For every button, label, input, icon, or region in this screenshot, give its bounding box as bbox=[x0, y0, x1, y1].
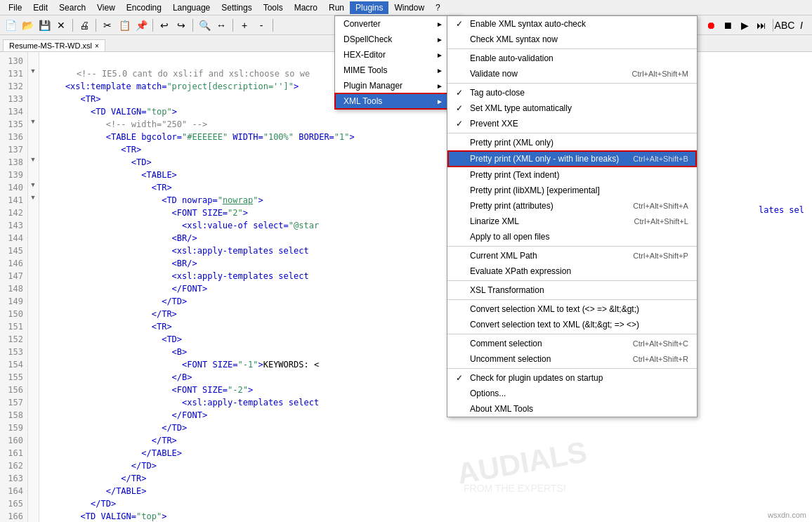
xml-tag-autoclose[interactable]: ✓ Tag auto-close bbox=[447, 85, 697, 100]
toolbar-replace[interactable]: ↔ bbox=[214, 18, 229, 33]
toolbar-stop[interactable]: ⏹ bbox=[720, 18, 735, 33]
fold-131[interactable] bbox=[28, 52, 38, 65]
xml-validate-now[interactable]: Validate now Ctrl+Alt+Shift+M bbox=[447, 66, 697, 81]
plugins-item-dspellcheck[interactable]: DSpellCheck ► bbox=[335, 32, 460, 47]
xml-pretty-print-attrs[interactable]: Pretty print (attributes) Ctrl+Alt+Shift… bbox=[447, 198, 697, 214]
toolbar-play[interactable]: ▶ bbox=[737, 18, 752, 33]
menu-search[interactable]: Search bbox=[53, 1, 91, 14]
toolbar-undo[interactable]: ↩ bbox=[157, 18, 172, 33]
fold-139[interactable]: ▼ bbox=[28, 153, 38, 166]
toolbar-play-step[interactable]: ⏭ bbox=[754, 18, 769, 33]
xml-pretty-print-linebreaks[interactable]: Pretty print (XML only - with line break… bbox=[447, 150, 697, 167]
xml-convert-to-text[interactable]: Convert selection XML to text (<> => &lt… bbox=[447, 301, 697, 317]
menu-file[interactable]: File bbox=[3, 1, 27, 14]
xml-check-syntax-now[interactable]: Check XML syntax now bbox=[447, 32, 697, 47]
xml-pretty-print-xml[interactable]: Pretty print (XML only) bbox=[447, 135, 697, 150]
menu-help[interactable]: ? bbox=[430, 1, 446, 14]
toolbar-new[interactable]: 📄 bbox=[3, 18, 18, 33]
fold-147[interactable] bbox=[28, 254, 38, 267]
xml-comment-selection[interactable]: Comment selection Ctrl+Alt+Shift+C bbox=[447, 336, 697, 351]
fold-145[interactable] bbox=[28, 229, 38, 242]
xml-enable-autovalidation[interactable]: Enable auto-validation bbox=[447, 51, 697, 66]
fold-140[interactable] bbox=[28, 166, 38, 178]
menu-edit[interactable]: Edit bbox=[27, 1, 53, 14]
fold-157[interactable] bbox=[28, 381, 38, 393]
toolbar-cut[interactable]: ✂ bbox=[100, 18, 115, 33]
toolbar-find[interactable]: 🔍 bbox=[197, 18, 212, 33]
xml-enable-autocheck[interactable]: ✓ Enable XML syntax auto-check bbox=[447, 16, 697, 32]
toolbar-paste[interactable]: 📌 bbox=[133, 18, 149, 33]
fold-146[interactable] bbox=[28, 242, 38, 254]
menu-tools[interactable]: Tools bbox=[258, 1, 289, 14]
plugins-item-pluginmanager[interactable]: Plugin Manager ► bbox=[335, 78, 460, 93]
fold-132[interactable]: ▼ bbox=[28, 65, 38, 77]
label-about: About XML Tools bbox=[470, 404, 674, 414]
menu-settings[interactable]: Settings bbox=[216, 1, 257, 14]
fold-137[interactable] bbox=[28, 128, 38, 141]
plugins-converter-label: Converter bbox=[343, 19, 381, 29]
xml-pretty-print-text[interactable]: Pretty print (Text indent) bbox=[447, 167, 697, 183]
sep5 bbox=[233, 19, 233, 32]
fold-136[interactable]: ▼ bbox=[28, 115, 38, 128]
xml-options[interactable]: Options... bbox=[447, 386, 697, 401]
menu-window[interactable]: Window bbox=[388, 1, 430, 14]
toolbar-zoom-in[interactable]: + bbox=[237, 18, 252, 33]
xml-uncomment-selection[interactable]: Uncomment selection Ctrl+Alt+Shift+R bbox=[447, 351, 697, 367]
xml-linarize[interactable]: Linarize XML Ctrl+Alt+Shift+L bbox=[447, 214, 697, 229]
xml-xsl-transform[interactable]: XSL Transformation bbox=[447, 282, 697, 298]
fold-149[interactable] bbox=[28, 280, 38, 292]
toolbar-copy[interactable]: 📋 bbox=[117, 18, 132, 33]
xml-convert-to-xml[interactable]: Convert selection text to XML (&lt;&gt; … bbox=[447, 317, 697, 332]
fold-155[interactable] bbox=[28, 355, 38, 368]
plugins-item-hexeditor[interactable]: HEX-Editor ► bbox=[335, 47, 460, 63]
label-convert-to-text: Convert selection XML to text (<> => &lt… bbox=[470, 304, 674, 314]
fold-142[interactable]: ▼ bbox=[28, 191, 38, 204]
xml-pretty-print-libxml[interactable]: Pretty print (libXML) [experimental] bbox=[447, 183, 697, 198]
xml-evaluate-xpath[interactable]: Evaluate XPath expression bbox=[447, 263, 697, 279]
line-num-164: 164 bbox=[0, 485, 27, 497]
toolbar-close[interactable]: ✕ bbox=[53, 18, 69, 33]
fold-134[interactable] bbox=[28, 90, 38, 103]
label-linarize: Linarize XML bbox=[470, 216, 620, 226]
tab-file[interactable]: Resume-MS-TR-WD.xsl × bbox=[3, 39, 105, 51]
toolbar-save[interactable]: 💾 bbox=[37, 18, 52, 33]
toolbar-italic[interactable]: I bbox=[794, 18, 809, 33]
menu-view[interactable]: View bbox=[91, 1, 121, 14]
xml-prevent-xxe[interactable]: ✓ Prevent XXE bbox=[447, 116, 697, 131]
xml-check-updates[interactable]: ✓ Check for plugin updates on startup bbox=[447, 370, 697, 386]
fold-153[interactable] bbox=[28, 330, 38, 343]
menu-language[interactable]: Language bbox=[167, 1, 216, 14]
fold-156[interactable] bbox=[28, 368, 38, 381]
toolbar-open[interactable]: 📂 bbox=[20, 18, 35, 33]
menu-macro[interactable]: Macro bbox=[289, 1, 323, 14]
tab-close-btn[interactable]: × bbox=[95, 42, 99, 50]
fold-152[interactable] bbox=[28, 318, 38, 330]
toolbar-print[interactable]: 🖨 bbox=[77, 18, 92, 33]
plugins-item-mimetools[interactable]: MIME Tools ► bbox=[335, 63, 460, 78]
menu-encoding[interactable]: Encoding bbox=[121, 1, 167, 14]
xml-current-path[interactable]: Current XML Path Ctrl+Alt+Shift+P bbox=[447, 248, 697, 263]
toolbar-record[interactable]: ⏺ bbox=[703, 18, 719, 33]
fold-144[interactable] bbox=[28, 216, 38, 229]
fold-135[interactable] bbox=[28, 103, 38, 115]
toolbar-spell[interactable]: ABC bbox=[777, 18, 792, 33]
menu-plugins[interactable]: Plugins bbox=[350, 1, 388, 14]
fold-138[interactable] bbox=[28, 141, 38, 153]
plugins-item-xmltools[interactable]: XML Tools ► bbox=[335, 93, 460, 109]
fold-143[interactable] bbox=[28, 204, 38, 216]
fold-148[interactable] bbox=[28, 267, 38, 280]
menu-run[interactable]: Run bbox=[323, 1, 350, 14]
fold-158[interactable] bbox=[28, 393, 38, 406]
line-num-150: 150 bbox=[0, 308, 27, 320]
fold-141[interactable]: ▼ bbox=[28, 178, 38, 191]
fold-150[interactable] bbox=[28, 292, 38, 305]
xml-apply-all[interactable]: Apply to all open files bbox=[447, 229, 697, 244]
fold-151[interactable] bbox=[28, 305, 38, 318]
fold-133[interactable] bbox=[28, 77, 38, 90]
xml-about[interactable]: About XML Tools bbox=[447, 401, 697, 417]
toolbar-redo[interactable]: ↪ bbox=[173, 18, 189, 33]
toolbar-zoom-out[interactable]: - bbox=[254, 18, 269, 33]
fold-154[interactable] bbox=[28, 343, 38, 355]
plugins-item-converter[interactable]: Converter ► bbox=[335, 16, 460, 32]
xml-set-type-auto[interactable]: ✓ Set XML type automatically bbox=[447, 100, 697, 116]
